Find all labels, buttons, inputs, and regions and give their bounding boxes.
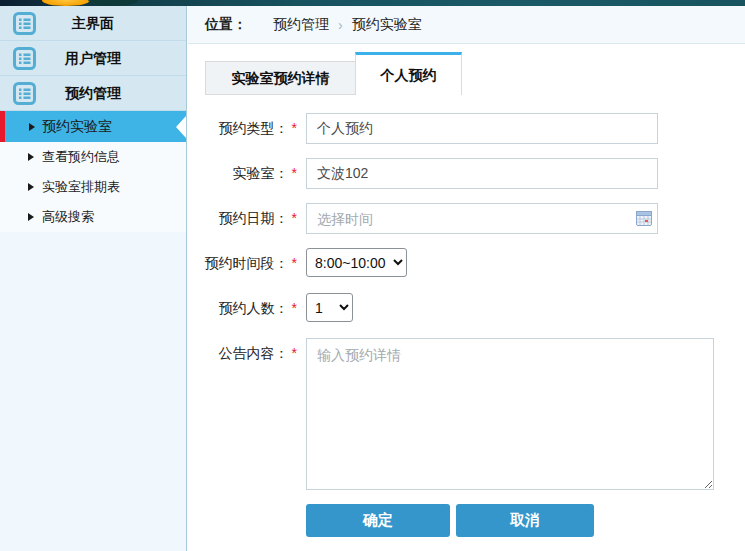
sidebar-submenu: 预约实验室 查看预约信息 实验室排期表 高级搜索 (0, 111, 186, 232)
form-row-timeslot: 预约时间段：* 8:00~10:00 (188, 248, 745, 279)
confirm-button[interactable]: 确定 (306, 504, 450, 537)
list-icon (13, 12, 36, 35)
field-label: 预约人数：* (188, 293, 306, 324)
people-count-select[interactable]: 1 (306, 293, 353, 322)
triangle-bullet-icon (28, 183, 34, 191)
sidebar-item-lab-schedule[interactable]: 实验室排期表 (0, 172, 186, 202)
field-label: 预约时间段：* (188, 248, 306, 279)
breadcrumb-item-current: 预约实验室 (352, 16, 422, 34)
form-row-content: 公告内容：* (188, 338, 745, 490)
active-notch-arrow-icon (176, 116, 186, 138)
logo-ellipse (42, 0, 90, 6)
tab-lab-reservation-details[interactable]: 实验室预约详情 (205, 61, 356, 95)
triangle-bullet-icon (28, 213, 34, 221)
sidebar-item-label: 预约实验室 (42, 118, 112, 134)
form-row-lab: 实验室：* (188, 158, 745, 189)
required-asterisk: * (292, 120, 297, 136)
reservation-date-field[interactable] (306, 203, 658, 234)
field-label: 实验室：* (188, 158, 306, 189)
sidebar: 主界面 用户管理 (0, 6, 187, 551)
triangle-bullet-icon (28, 153, 34, 161)
field-label: 预约日期：* (188, 203, 306, 234)
reservation-form: 预约类型：* 实验室：* 预约日期：* (188, 113, 745, 537)
required-asterisk: * (292, 255, 297, 271)
main-content: 位置： 预约管理 › 预约实验室 实验室预约详情 个人预约 预约类型：* 实验室… (188, 6, 745, 551)
reservation-type-field[interactable] (306, 113, 658, 144)
field-label: 预约类型：* (188, 113, 306, 144)
logo-shadow (88, 0, 138, 6)
form-actions: 确定 取消 (306, 504, 745, 537)
sidebar-item-reserve-lab[interactable]: 预约实验室 (0, 111, 186, 142)
sidebar-item-label: 查看预约信息 (42, 149, 120, 164)
cancel-button[interactable]: 取消 (456, 504, 594, 537)
sidebar-item-reservation-management[interactable]: 预约管理 (0, 76, 186, 111)
sidebar-item-advanced-search[interactable]: 高级搜索 (0, 202, 186, 232)
form-row-type: 预约类型：* (188, 113, 745, 144)
sidebar-item-main[interactable]: 主界面 (0, 6, 186, 41)
tab-personal-reservation[interactable]: 个人预约 (355, 52, 462, 95)
announcement-content-field[interactable] (306, 338, 714, 490)
sidebar-item-user-management[interactable]: 用户管理 (0, 41, 186, 76)
sidebar-item-label: 实验室排期表 (42, 179, 120, 194)
list-icon (13, 47, 36, 70)
required-asterisk: * (292, 300, 297, 316)
calendar-icon[interactable] (636, 211, 652, 226)
lab-field[interactable] (306, 158, 658, 189)
date-picker-wrap (306, 203, 658, 234)
timeslot-select[interactable]: 8:00~10:00 (306, 248, 407, 277)
sidebar-item-view-reservations[interactable]: 查看预约信息 (0, 142, 186, 172)
field-label: 公告内容：* (188, 338, 306, 369)
sidebar-item-label: 高级搜索 (42, 209, 94, 224)
chevron-right-icon: › (338, 17, 343, 33)
required-asterisk: * (292, 165, 297, 181)
breadcrumb-prefix: 位置： (205, 16, 247, 34)
list-icon (13, 82, 36, 105)
tab-bar: 实验室预约详情 个人预约 (188, 52, 745, 95)
breadcrumb-item-parent[interactable]: 预约管理 (273, 16, 329, 34)
banner-strip (0, 0, 745, 6)
required-asterisk: * (292, 345, 297, 361)
form-row-people: 预约人数：* 1 (188, 293, 745, 324)
required-asterisk: * (292, 210, 297, 226)
breadcrumb: 位置： 预约管理 › 预约实验室 (188, 6, 745, 44)
triangle-bullet-icon (29, 123, 35, 131)
form-row-date: 预约日期：* (188, 203, 745, 234)
